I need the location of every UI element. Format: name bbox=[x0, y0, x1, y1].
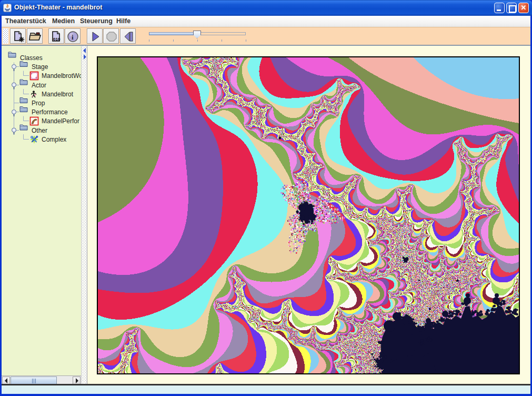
svg-text:i: i bbox=[72, 33, 74, 41]
svg-text:010: 010 bbox=[53, 37, 61, 42]
